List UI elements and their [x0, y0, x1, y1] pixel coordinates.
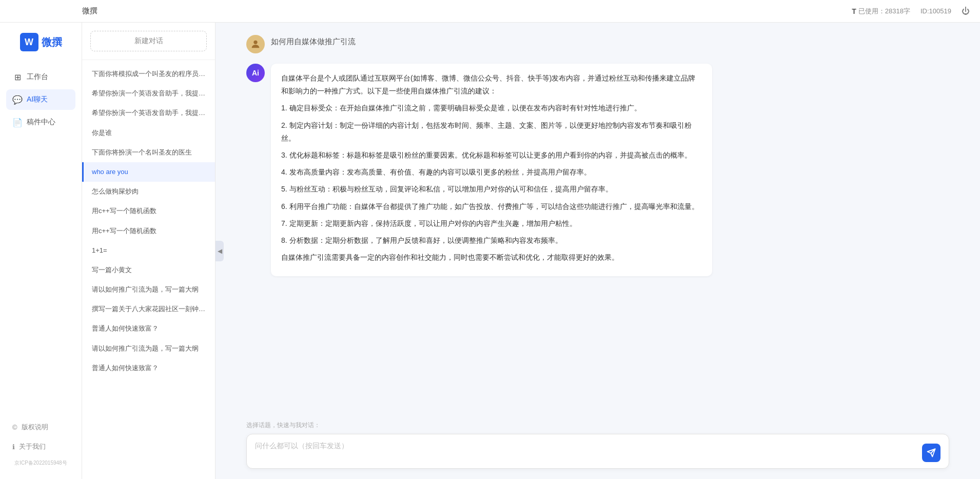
list-item[interactable]: 写一篇小黄文 [82, 260, 215, 280]
copyright-icon: © [12, 424, 17, 431]
word-count: T 已使用：28318字 [852, 7, 910, 16]
list-item[interactable]: 希望你扮演一个英语发音助手，我提供给你... [82, 84, 215, 103]
list-item[interactable]: 下面你将模拟成一个叫圣友的程序员、我说... [82, 64, 215, 84]
chat-input-box [246, 434, 949, 469]
sidebar: W 微撰 ⊞ 工作台 💬 AI聊天 📄 稿件中心 © 版权说明 ℹ [0, 23, 82, 479]
power-icon[interactable]: ⏻ [962, 7, 970, 16]
list-item[interactable]: 请以如何推广引流为题，写一篇大纲 [82, 280, 215, 299]
svg-point-0 [253, 41, 257, 44]
ai-message: Ai 自媒体平台是个人或团队通过互联网平台(如博客、微博、微信公众号、抖音、快手… [246, 64, 949, 276]
ai-point-2: 2. 制定内容计划：制定一份详细的内容计划，包括发布时间、频率、主题、文案、图片… [281, 119, 702, 145]
chat-icon: 💬 [12, 94, 23, 105]
list-item[interactable]: 普通人如何快速致富？ [82, 358, 215, 378]
ai-intro: 自媒体平台是个人或团队通过互联网平台(如博客、微博、微信公众号、抖音、快手等)发… [281, 72, 702, 98]
logo-icon: W [20, 33, 38, 51]
ai-point-1: 1. 确定目标受众：在开始自媒体推广引流之前，需要明确目标受众是谁，以便在发布内… [281, 102, 702, 114]
conv-item-title: 希望你扮演一个英语发音助手，我提供给你... [92, 89, 207, 98]
conv-header: 新建对话 [82, 23, 215, 60]
conv-item-title: 写一篇小黄文 [92, 265, 207, 275]
sidebar-bottom-label: 关于我们 [19, 442, 46, 451]
ai-point-5: 5. 与粉丝互动：积极与粉丝互动，回复评论和私信，可以增加用户对你的认可和信任，… [281, 183, 702, 196]
conv-item-title: 撰写一篇关于八大家花园社区一刻钟便民生... [92, 304, 207, 314]
conv-item-title: 下面你将模拟成一个叫圣友的程序员、我说... [92, 69, 207, 79]
input-area: 选择话题，快速与我对话： [215, 415, 980, 479]
sidebar-item-label: 稿件中心 [27, 118, 55, 127]
send-icon [927, 448, 936, 457]
conv-item-title: 怎么做狗屎炒肉 [92, 187, 207, 196]
conv-item-title: 普通人如何快速致富？ [92, 324, 207, 333]
conv-item-title: 请以如何推广引流为题，写一篇大纲 [92, 285, 207, 294]
sidebar-item-about[interactable]: ℹ 关于我们 [6, 438, 75, 455]
ai-message-text: 自媒体平台是个人或团队通过互联网平台(如博客、微博、微信公众号、抖音、快手等)发… [271, 64, 712, 276]
chat-input[interactable] [255, 440, 918, 462]
conv-item-title: 请以如何推广引流为题，写一篇大纲 [92, 344, 207, 353]
user-message: 如何用自媒体做推广引流 [246, 35, 949, 53]
main-chat-area: ◀ 如何用自媒体做推广引流 Ai 自媒体平台是个人或团队通过互联网平台(如博客、… [215, 23, 980, 479]
list-item[interactable]: 下面你将扮演一个名叫圣友的医生 [82, 143, 215, 162]
ai-avatar: Ai [246, 64, 265, 82]
ai-point-4: 4. 发布高质量内容：发布高质量、有价值、有趣的内容可以吸引更多的粉丝，并提高用… [281, 166, 702, 179]
conv-item-title: 你是谁 [92, 128, 207, 138]
sidebar-item-drafts[interactable]: 📄 稿件中心 [6, 112, 75, 132]
sidebar-item-ai-chat[interactable]: 💬 AI聊天 [6, 89, 75, 110]
list-item[interactable]: 请以如何推广引流为题，写一篇大纲 [82, 339, 215, 358]
list-item[interactable]: 普通人如何快速致富？ [82, 319, 215, 338]
word-icon: T [852, 7, 856, 15]
chat-messages: 如何用自媒体做推广引流 Ai 自媒体平台是个人或团队通过互联网平台(如博客、微博… [215, 23, 980, 415]
info-icon: ℹ [12, 443, 15, 451]
conv-item-title: 用c++写一个随机函数 [92, 206, 207, 216]
workspace-icon: ⊞ [12, 72, 23, 82]
conv-item-title: 用c++写一个随机函数 [92, 226, 207, 236]
ai-point-7: 7. 定期更新：定期更新内容，保持活跃度，可以让用户对你的内容产生兴趣，增加用户… [281, 217, 702, 230]
send-button[interactable] [922, 444, 940, 462]
sidebar-bottom-label: 版权说明 [22, 423, 48, 432]
sidebar-item-label: 工作台 [27, 72, 48, 82]
nav-items: ⊞ 工作台 💬 AI聊天 📄 稿件中心 [0, 67, 82, 132]
conv-item-title: 下面你将扮演一个名叫圣友的医生 [92, 148, 207, 157]
list-item[interactable]: 撰写一篇关于八大家花园社区一刻钟便民生... [82, 299, 215, 319]
page-header-title: 微撰 [82, 6, 97, 16]
logo-text: 微撰 [42, 35, 62, 49]
sidebar-item-label: AI聊天 [27, 95, 48, 104]
sidebar-item-copyright[interactable]: © 版权说明 [6, 418, 75, 436]
new-conversation-button[interactable]: 新建对话 [90, 31, 207, 51]
sidebar-item-workspace[interactable]: ⊞ 工作台 [6, 67, 75, 87]
conversation-list: 下面你将模拟成一个叫圣友的程序员、我说... 希望你扮演一个英语发音助手，我提供… [82, 60, 215, 479]
ai-point-6: 6. 利用平台推广功能：自媒体平台都提供了推广功能，如广告投放、付费推广等，可以… [281, 200, 702, 213]
conv-item-title: 1+1= [92, 246, 207, 255]
conversation-panel: 新建对话 下面你将模拟成一个叫圣友的程序员、我说... 希望你扮演一个英语发音助… [82, 23, 215, 479]
list-item[interactable]: 用c++写一个随机函数 [82, 201, 215, 221]
user-message-text: 如何用自媒体做推广引流 [271, 35, 356, 49]
quick-prompt-label: 选择话题，快速与我对话： [246, 421, 949, 430]
logo: W 微撰 [20, 33, 62, 51]
list-item[interactable]: 1+1= [82, 241, 215, 260]
sidebar-bottom: © 版权说明 ℹ 关于我们 京ICP备2022015948号 [0, 418, 82, 469]
ai-outro: 自媒体推广引流需要具备一定的内容创作和社交能力，同时也需要不断尝试和优化，才能取… [281, 251, 702, 264]
ai-point-3: 3. 优化标题和标签：标题和标签是吸引粉丝的重要因素。优化标题和标签可以让更多的… [281, 149, 702, 162]
header-right-info: T 已使用：28318字 ID:100519 ⏻ [852, 7, 970, 16]
list-item[interactable]: who are you [82, 162, 215, 182]
list-item[interactable]: 希望你扮演一个英语发音助手，我提供给你... [82, 103, 215, 123]
user-avatar [246, 35, 265, 53]
list-item[interactable]: 你是谁 [82, 123, 215, 143]
conv-item-title: who are you [92, 167, 207, 177]
conv-item-title: 希望你扮演一个英语发音助手，我提供给你... [92, 108, 207, 118]
list-item[interactable]: 怎么做狗屎炒肉 [82, 182, 215, 201]
icp-text: 京ICP备2022015948号 [6, 457, 75, 469]
list-item[interactable]: 用c++写一个随机函数 [82, 221, 215, 241]
drafts-icon: 📄 [12, 117, 23, 127]
ai-point-8: 8. 分析数据：定期分析数据，了解用户反馈和喜好，以便调整推广策略和内容发布频率… [281, 234, 702, 247]
conv-item-title: 普通人如何快速致富？ [92, 363, 207, 373]
user-id: ID:100519 [920, 7, 951, 15]
sidebar-toggle-button[interactable]: ◀ [215, 241, 224, 261]
